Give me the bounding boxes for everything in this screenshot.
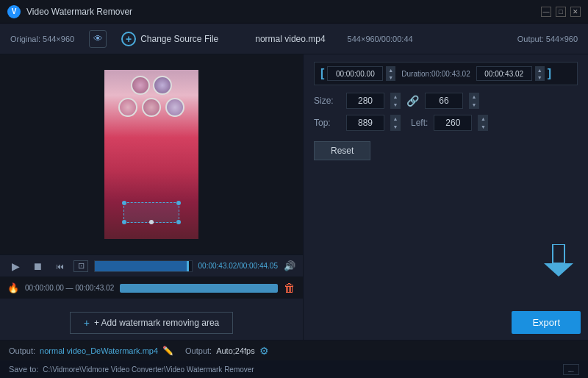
left-down[interactable]: ▼ <box>478 123 488 131</box>
end-time-up[interactable]: ▲ <box>535 66 545 74</box>
svg-marker-1 <box>544 263 573 277</box>
add-watermark-area-button[interactable]: + + Add watermark removing area <box>70 312 234 334</box>
output-format-label: Output: <box>185 346 212 355</box>
position-row: Top: ▲ ▼ Left: ▲ ▼ <box>314 115 578 131</box>
size-width-input[interactable] <box>346 93 384 109</box>
clip-track[interactable] <box>120 284 278 293</box>
clip-fill <box>120 284 278 293</box>
video-preview <box>104 70 198 239</box>
title-bar: V Video Watermark Remover — □ ✕ <box>0 0 588 24</box>
watermark-selection-box[interactable] <box>123 202 179 223</box>
width-up[interactable]: ▲ <box>390 93 401 101</box>
edit-icon[interactable]: ✏️ <box>162 346 173 356</box>
top-up[interactable]: ▲ <box>390 115 401 123</box>
time-range-row: [ ▲ ▼ Duration:00:00:43.02 ▲ ▼ ] <box>314 62 578 85</box>
volume-icon[interactable]: 🔊 <box>284 260 295 271</box>
link-icon[interactable]: 🔗 <box>406 95 419 107</box>
app-title: Video Watermark Remover <box>26 7 132 17</box>
video-display <box>0 54 303 254</box>
left-up[interactable]: ▲ <box>478 115 488 123</box>
left-input[interactable] <box>434 115 472 131</box>
top-input[interactable] <box>346 115 384 131</box>
output-label: Output: <box>9 346 35 355</box>
frame-back-button[interactable]: ⏮ <box>51 258 68 274</box>
browse-button[interactable]: ... <box>563 364 579 375</box>
reset-button[interactable]: Reset <box>314 141 370 160</box>
add-watermark-label: + Add watermark removing area <box>94 318 219 328</box>
top-down[interactable]: ▼ <box>390 123 401 131</box>
crop-button[interactable]: ⊡ <box>74 260 88 272</box>
time-display: 00:00:43.02/00:00:44.05 <box>198 262 278 270</box>
original-size-label: Original: 544×960 <box>10 35 74 43</box>
right-panel: [ ▲ ▼ Duration:00:00:43.02 ▲ ▼ ] Size: <box>303 54 588 340</box>
svg-rect-0 <box>553 244 564 263</box>
top-label: Top: <box>314 118 340 128</box>
height-down[interactable]: ▼ <box>469 101 479 109</box>
content-row: ▶ ⏹ ⏮ ⊡ 00:00:43.02/00:00:44.05 🔊 🔥 00:0… <box>0 54 588 340</box>
bracket-open: [ <box>320 67 324 80</box>
start-time-input[interactable] <box>327 66 383 81</box>
download-arrow-icon <box>544 244 573 281</box>
start-time-up[interactable]: ▲ <box>386 66 395 74</box>
save-path: C:\Vidmore\Vidmore Video Converter\Video… <box>43 365 558 374</box>
end-time-input[interactable] <box>476 66 532 81</box>
save-to-label: Save to: <box>9 365 38 374</box>
height-up[interactable]: ▲ <box>469 93 479 101</box>
title-bar-left: V Video Watermark Remover <box>7 5 132 18</box>
delete-clip-button[interactable]: 🗑 <box>284 282 295 295</box>
minimize-button[interactable]: — <box>541 7 551 17</box>
preview-button[interactable]: 👁 <box>89 30 107 48</box>
timeline[interactable] <box>94 260 193 272</box>
timeline-fill <box>95 261 189 271</box>
output-size-label: Output: 544×960 <box>517 35 578 43</box>
width-down[interactable]: ▼ <box>390 101 401 109</box>
clip-bar: 🔥 00:00:00.00 — 00:00:43.02 🗑 <box>0 277 303 299</box>
settings-icon[interactable]: ⚙ <box>259 345 269 357</box>
app-icon: V <box>7 5 21 18</box>
output-format-value: Auto;24fps <box>216 346 255 355</box>
left-panel: ▶ ⏹ ⏮ ⊡ 00:00:43.02/00:00:44.05 🔊 🔥 00:0… <box>0 54 303 340</box>
playback-bar: ▶ ⏹ ⏮ ⊡ 00:00:43.02/00:00:44.05 🔊 <box>0 254 303 277</box>
left-label: Left: <box>411 118 428 128</box>
change-source-button[interactable]: + Change Source File <box>121 32 218 46</box>
play-button[interactable]: ▶ <box>7 258 24 274</box>
close-button[interactable]: ✕ <box>570 7 581 17</box>
save-bar: Save to: C:\Vidmore\Vidmore Video Conver… <box>0 360 588 378</box>
end-time-down[interactable]: ▼ <box>535 74 545 81</box>
duration-label: Duration:00:00:43.02 <box>401 70 470 78</box>
main-wrapper: ▶ ⏹ ⏮ ⊡ 00:00:43.02/00:00:44.05 🔊 🔥 00:0… <box>0 54 588 378</box>
stop-button[interactable]: ⏹ <box>29 258 46 274</box>
add-watermark-area-row: + + Add watermark removing area <box>0 299 303 340</box>
timeline-cursor <box>187 261 189 271</box>
start-time-down[interactable]: ▼ <box>386 74 395 81</box>
size-height-input[interactable] <box>425 93 463 109</box>
change-source-label: Change Source File <box>140 34 218 44</box>
file-info-label: 544×960/00:00:44 <box>348 35 413 43</box>
bottom-bar: Output: normal video_DeWatermark.mp4 ✏️ … <box>0 340 588 360</box>
flame-icon: 🔥 <box>7 282 19 293</box>
size-row: Size: ▲ ▼ 🔗 ▲ ▼ <box>314 93 578 109</box>
bracket-close: ] <box>548 67 551 80</box>
toolbar: Original: 544×960 👁 + Change Source File… <box>0 24 588 54</box>
window-controls: — □ ✕ <box>541 7 581 17</box>
file-name-label: normal video.mp4 <box>255 34 325 44</box>
size-label: Size: <box>314 96 340 106</box>
add-source-icon: + <box>121 32 136 46</box>
output-filename: normal video_DeWatermark.mp4 <box>40 346 158 355</box>
export-button[interactable]: Export <box>512 311 581 334</box>
clip-range: 00:00:00.00 — 00:00:43.02 <box>25 284 114 292</box>
maximize-button[interactable]: □ <box>556 7 566 17</box>
cake-image <box>104 70 198 239</box>
add-watermark-plus-icon: + <box>84 317 90 329</box>
